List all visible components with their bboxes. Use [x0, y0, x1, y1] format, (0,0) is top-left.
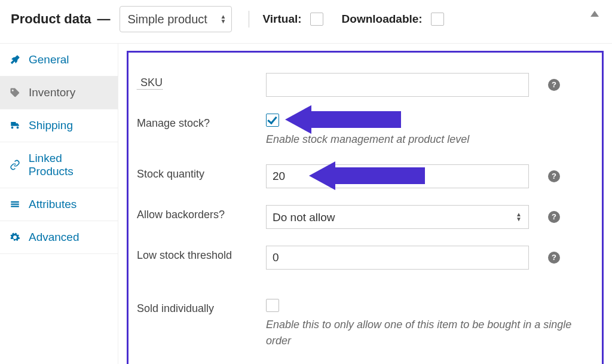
tab-advanced[interactable]: Advanced [0, 221, 118, 254]
price-tag-icon [8, 87, 22, 98]
gear-icon [8, 232, 22, 243]
allow-backorders-field: Do not allow ▲▼ [266, 205, 529, 229]
collapse-panel-button[interactable] [590, 11, 599, 17]
tab-shipping[interactable]: Shipping [0, 109, 118, 142]
downloadable-toggle: Downloadable: [342, 11, 446, 27]
tab-label: General [29, 53, 69, 66]
product-data-tabs: General Inventory Shipping Linked Produc… [0, 44, 118, 364]
sold-individually-description: Enable this to only allow one of this it… [266, 317, 583, 349]
inventory-panel-wrap: SKU ? Manage stock? Enable stock managem… [118, 44, 612, 364]
product-data-metabox: Product data — Simple product ▲▼ Virtual… [0, 0, 612, 364]
wrench-icon [8, 54, 22, 65]
row-allow-backorders: Allow backorders? Do not allow ▲▼ ? [133, 197, 590, 237]
truck-icon [8, 120, 22, 131]
low-stock-threshold-field [266, 246, 529, 270]
low-stock-threshold-input[interactable] [266, 246, 529, 270]
tab-label: Linked Products [29, 152, 109, 178]
product-type-select[interactable]: Simple product [120, 6, 232, 32]
stock-quantity-field [266, 164, 529, 188]
product-data-header: Product data — Simple product ▲▼ Virtual… [0, 0, 612, 44]
allow-backorders-label: Allow backorders? [133, 205, 266, 221]
manage-stock-label: Manage stock? [133, 114, 266, 130]
product-type-select-wrap: Simple product ▲▼ [120, 6, 232, 32]
row-low-stock-threshold: Low stock threshold ? [133, 237, 590, 278]
low-stock-threshold-label: Low stock threshold [133, 246, 266, 262]
help-icon[interactable]: ? [548, 211, 560, 223]
virtual-toggle: Virtual: [262, 11, 325, 27]
sku-label: SKU [137, 73, 163, 90]
tab-label: Inventory [29, 86, 75, 99]
annotation-arrow-manage-stock [285, 105, 401, 134]
help-icon[interactable]: ? [548, 170, 560, 182]
manage-stock-description: Enable stock management at product level [266, 131, 583, 148]
tab-label: Shipping [29, 119, 73, 132]
link-icon [8, 160, 22, 170]
row-sold-individually: Sold individually Enable this to only al… [133, 290, 590, 357]
panel-title-dash: — [97, 11, 110, 27]
tab-general[interactable]: General [0, 44, 118, 77]
tab-label: Advanced [29, 231, 79, 244]
panel-title: Product data [11, 11, 91, 27]
vertical-divider [249, 11, 249, 27]
virtual-checkbox[interactable] [310, 13, 323, 26]
product-data-body: General Inventory Shipping Linked Produc… [0, 44, 612, 364]
tab-label: Attributes [29, 198, 76, 211]
sold-individually-label: Sold individually [133, 299, 266, 315]
tab-inventory[interactable]: Inventory [0, 77, 118, 109]
tab-attributes[interactable]: Attributes [0, 188, 118, 221]
sold-individually-checkbox[interactable] [266, 299, 279, 312]
downloadable-label: Downloadable: [342, 13, 423, 26]
row-stock-quantity: Stock quantity ? [133, 156, 590, 197]
manage-stock-checkbox[interactable] [266, 114, 279, 127]
help-icon[interactable]: ? [548, 79, 560, 91]
help-icon[interactable]: ? [548, 252, 560, 264]
sku-input[interactable] [266, 73, 529, 97]
manage-stock-field: Enable stock management at product level [266, 114, 583, 148]
list-icon [8, 199, 22, 210]
sku-field [266, 73, 529, 97]
inventory-panel: SKU ? Manage stock? Enable stock managem… [127, 51, 604, 364]
stock-quantity-label: Stock quantity [133, 164, 266, 181]
row-sku: SKU ? [133, 65, 590, 105]
allow-backorders-select[interactable]: Do not allow [266, 205, 529, 229]
tab-linked-products[interactable]: Linked Products [0, 142, 118, 188]
sold-individually-field: Enable this to only allow one of this it… [266, 299, 583, 349]
stock-quantity-input[interactable] [266, 164, 529, 188]
virtual-label: Virtual: [262, 13, 301, 26]
row-manage-stock: Manage stock? Enable stock management at… [133, 105, 590, 156]
downloadable-checkbox[interactable] [431, 13, 444, 26]
